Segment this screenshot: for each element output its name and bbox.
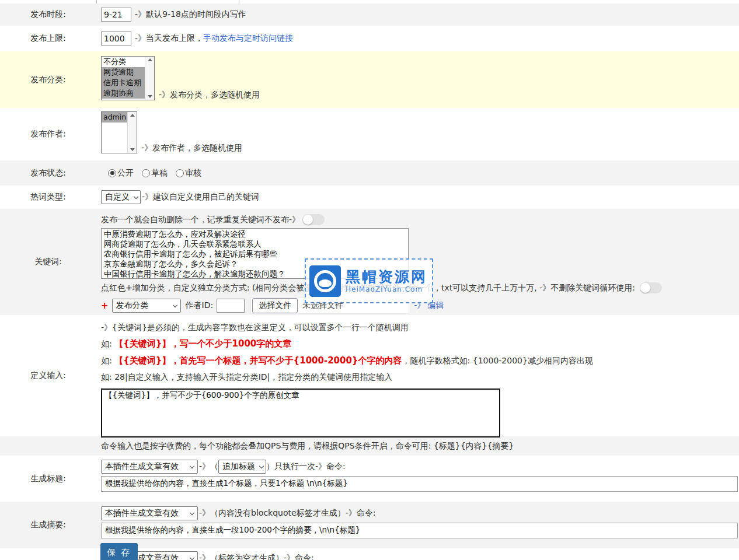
keep-keywords-toggle[interactable] [640, 282, 662, 293]
scroll-down-icon[interactable] [148, 95, 152, 98]
gen-tag-spacer [0, 548, 96, 560]
example-prefix: 如: [101, 356, 114, 365]
publish-status-label: 发布状态: [0, 160, 96, 186]
auto-delete-toggle[interactable] [302, 214, 325, 225]
gen-tag-hint: -》（标签为空才生成）-》命令: [199, 553, 314, 560]
qps-note-text: 命令输入也是按字收费的，每个功能都会叠加QPS与费用，请根据QPS条件开启，命令… [101, 441, 514, 452]
listbox-scrollbar[interactable] [145, 57, 154, 100]
publish-time-label: 发布时段: [0, 4, 96, 26]
gen-title-after: ）只执行一次-》命令: [266, 461, 346, 472]
publish-limit-input[interactable] [101, 32, 131, 46]
row-qps-note: 命令输入也是按字收费的，每个功能都会叠加QPS与费用，请根据QPS条件开启，命令… [0, 436, 739, 456]
define-input-line1: -》{关键词}是必须的，生成内容字数也在这里定义，可以设置多个一行一个随机调用 [101, 323, 739, 333]
gen-summary-command-textarea[interactable]: 根据我提供给你的内容，直接生成一段100-200个字的摘要，\n\n{标题} [101, 523, 738, 538]
gen-summary-hint: -》（内容没有blockquote标签才生成）-》命令: [199, 508, 375, 519]
heimao-logo-icon [309, 265, 341, 297]
author-id-input[interactable] [217, 299, 245, 313]
chevron-down-icon [190, 510, 194, 514]
gen-title-mode-value: 追加标题 [222, 461, 255, 472]
save-button[interactable]: 保 存 [100, 543, 138, 560]
chevron-down-icon [134, 194, 138, 198]
chevron-down-icon [190, 555, 194, 559]
row-publish-limit: 发布上限: -》当天发布上限， 手动发布与定时访问链接 [0, 26, 739, 51]
publish-category-listbox[interactable]: 不分类 网贷逾期 信用卡逾期 逾期协商 [101, 56, 155, 100]
gen-summary-label: 生成摘要: [0, 502, 96, 548]
publish-category-label: 发布分类: [0, 51, 96, 108]
category-option[interactable]: 网贷逾期 [102, 67, 145, 78]
radio-label: 公开 [117, 168, 134, 178]
publish-author-label: 发布作者: [0, 108, 96, 160]
scroll-up-icon[interactable] [130, 114, 135, 117]
radio-selected-icon[interactable] [108, 169, 116, 177]
example-red-text: 【{关键词}】，写一个不少于1000字的文章 [114, 338, 291, 349]
keywords-loop-text: 不删除关键词循环使用: [550, 283, 637, 292]
listbox-scrollbar[interactable] [127, 112, 137, 153]
file-category-select[interactable]: 发布分类 [112, 299, 181, 313]
scroll-up-icon[interactable] [148, 58, 152, 61]
gen-title-scope-value: 本插件生成文章有效 [105, 461, 179, 472]
watermark-title: 黑帽资源网 [346, 269, 427, 285]
add-category-plus[interactable]: + [101, 300, 109, 311]
hotword-type-select[interactable]: 自定义 [101, 190, 141, 204]
author-id-label: 作者ID: [186, 300, 214, 311]
gen-title-command-textarea[interactable]: 根据我提供给你的内容，直接生成1个标题，只要1个标题 \n\n{标题} [101, 476, 738, 492]
row-gen-summary: 生成摘要: 本插件生成文章有效 -》（内容没有blockquote标签才生成）-… [0, 502, 739, 548]
example-red-text: 【{关键词}】，首先写一个标题，并写不少于{1000-2000}个字的内容 [114, 355, 402, 366]
define-input-line4: 如: 28|自定义输入，支持输入开头指定分类ID|，指定分类的关键词使用指定输入 [101, 372, 739, 383]
gen-title-scope-select[interactable]: 本插件生成文章有效 [101, 460, 198, 474]
radio-icon[interactable] [176, 169, 184, 177]
file-category-value: 发布分类 [116, 300, 149, 311]
define-input-label: 定义输入: [0, 315, 96, 436]
row-hotword-type: 热词类型: 自定义 -》建议自定义使用自己的关键词 [0, 186, 739, 209]
row-publish-category: 发布分类: 不分类 网贷逾期 信用卡逾期 逾期协商 -》发布分类，多选随机使用 [0, 51, 739, 108]
gen-summary-scope-value: 本插件生成文章有效 [105, 508, 179, 519]
gen-title-mid: -》（ [199, 461, 218, 472]
row-publish-time: 发布时段: -》默认9-18点的时间段内写作 [0, 4, 739, 26]
category-option[interactable]: 不分类 [102, 57, 145, 67]
radio-review[interactable]: 审核 [176, 168, 201, 178]
radio-label: 审核 [185, 168, 201, 178]
manual-publish-link[interactable]: 手动发布与定时访问链接 [203, 33, 293, 44]
publish-limit-label: 发布上限: [0, 26, 96, 51]
chevron-down-icon [259, 463, 264, 468]
watermark: 黑帽资源网 HeiMaoZiYuan.Com [305, 258, 433, 303]
publish-author-hint: -》发布作者，多选随机使用 [141, 143, 242, 153]
publish-category-hint: -》发布分类，多选随机使用 [159, 90, 260, 100]
row-gen-title: 生成标题: 本插件生成文章有效 -》（ 追加标题 ）只执行一次-》命令: 根据我… [0, 456, 739, 502]
plugin-settings-page: 发布时段: -》默认9-18点的时间段内写作 发布上限: -》当天发布上限， 手… [0, 0, 739, 560]
hotword-type-label: 热词类型: [0, 186, 96, 209]
row-publish-status: 发布状态: 公开 草稿 审核 [0, 160, 739, 186]
qps-note-spacer [0, 436, 96, 456]
hotword-type-hint: -》建议自定义使用自己的关键词 [142, 192, 259, 202]
gen-title-label: 生成标题: [0, 456, 96, 502]
publish-limit-hint: -》当天发布上限， [135, 33, 203, 44]
define-input-textarea[interactable]: 【{关键词}】，并写不少于{600-900}个字的原创文章 [101, 388, 500, 438]
category-option[interactable]: 逾期协商 [102, 88, 145, 99]
chevron-down-icon [190, 463, 194, 468]
example-prefix: 如: [101, 339, 114, 348]
category-option[interactable]: 信用卡逾期 [102, 78, 145, 88]
publish-author-listbox[interactable]: admin [101, 111, 137, 153]
keywords-toggle-text: 发布一个就会自动删除一个，记录重复关键词不发布-》 [101, 215, 300, 224]
scroll-down-icon[interactable] [130, 148, 135, 151]
row-define-input: 定义输入: -》{关键词}是必须的，生成内容字数也在这里定义，可以设置多个一行一… [0, 315, 739, 436]
gen-title-mode-select[interactable]: 追加标题 [218, 460, 266, 474]
example-rest-text: ，随机字数格式如: {1000-2000}减少相同内容出现 [402, 356, 593, 365]
publish-time-hint: -》默认9-18点的时间段内写作 [135, 9, 246, 20]
row-publish-author: 发布作者: admin -》发布作者，多选随机使用 [0, 108, 739, 160]
keywords-label: 关键词: [0, 209, 96, 315]
choose-file-button[interactable]: 选择文件 [252, 298, 298, 313]
radio-icon[interactable] [142, 169, 150, 177]
radio-draft[interactable]: 草稿 [142, 168, 168, 178]
chevron-down-icon [172, 302, 177, 307]
gen-summary-scope-select[interactable]: 本插件生成文章有效 [101, 506, 198, 520]
publish-time-input[interactable] [101, 8, 131, 22]
author-option[interactable]: admin [102, 112, 127, 123]
watermark-subtitle: HeiMaoZiYuan.Com [346, 285, 427, 293]
hotword-type-value: 自定义 [105, 192, 130, 202]
radio-label: 草稿 [151, 168, 168, 178]
radio-public[interactable]: 公开 [108, 168, 134, 178]
